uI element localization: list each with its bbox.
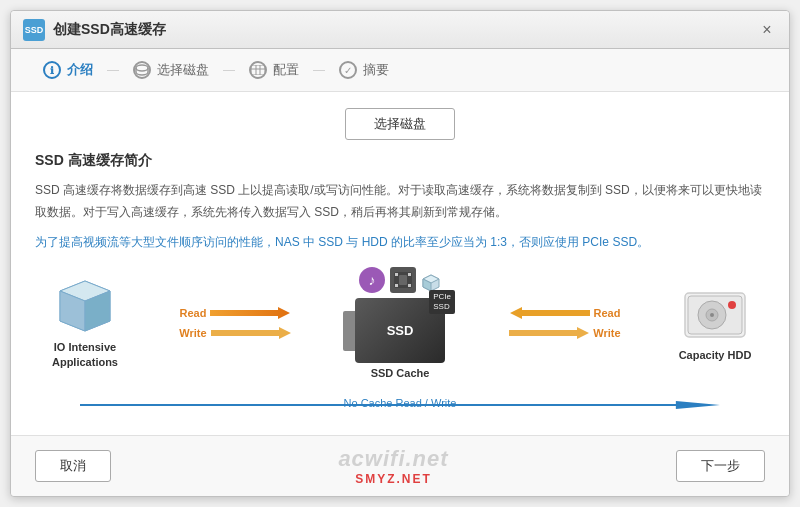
window-title: 创建SSD高速缓存 [53, 21, 757, 39]
svg-point-26 [710, 313, 714, 317]
io-box: IO Intensive Applications [40, 276, 130, 371]
next-button[interactable]: 下一步 [676, 450, 765, 482]
svg-point-0 [136, 65, 148, 71]
description-text: SSD 高速缓存将数据缓存到高速 SSD 上以提高读取/或写访问性能。对于读取高… [35, 180, 765, 223]
step-disk-icon [133, 61, 151, 79]
left-arrows: Read Write [134, 306, 336, 340]
svg-marker-20 [510, 307, 590, 319]
io-label: IO Intensive Applications [52, 340, 118, 371]
step-summary[interactable]: ✓ 摘要 [327, 57, 401, 83]
section-title: SSD 高速缓存简介 [35, 152, 765, 170]
no-cache-label-wrapper: No Cache Read / Write [35, 393, 765, 411]
diagram-container: IO Intensive Applications Read [35, 268, 765, 413]
read-label-right: Read [594, 307, 621, 319]
step-config[interactable]: 配置 [237, 57, 311, 83]
svg-rect-1 [251, 65, 265, 75]
svg-rect-13 [408, 273, 411, 276]
step-summary-label: 摘要 [363, 61, 389, 79]
no-cache-label: No Cache Read / Write [344, 397, 457, 409]
hdd-box: Capacity HDD [670, 285, 760, 361]
write-arrow-row: Write [179, 326, 290, 340]
film-icon [390, 267, 416, 293]
ssd-chip: SSD PCIeSSD [355, 298, 445, 363]
right-arrows: Read Write [464, 306, 666, 340]
hdd-icon [680, 285, 750, 345]
content-area: 选择磁盘 SSD 高速缓存简介 SSD 高速缓存将数据缓存到高速 SSD 上以提… [11, 92, 789, 435]
ssd-label: SSD Cache [371, 367, 430, 379]
watermark-area: acwifi.net SMYZ.NET [338, 446, 448, 486]
step-intro-label: 介绍 [67, 61, 93, 79]
window-icon: SSD [23, 19, 45, 41]
step-config-label: 配置 [273, 61, 299, 79]
read-arrow-right-row: Read [510, 306, 621, 320]
footer: 取消 acwifi.net SMYZ.NET 下一步 [11, 435, 789, 496]
svg-rect-16 [399, 275, 407, 285]
sep-2: — [223, 63, 235, 77]
svg-marker-10 [211, 327, 291, 339]
cancel-button[interactable]: 取消 [35, 450, 111, 482]
ssd-top-icons: ♪ [359, 267, 441, 293]
svg-rect-15 [408, 284, 411, 287]
read-arrow-right [510, 306, 590, 320]
title-bar: SSD 创建SSD高速缓存 × [11, 11, 789, 49]
read-label: Read [180, 307, 207, 319]
write-label-right: Write [593, 327, 620, 339]
write-label: Write [179, 327, 206, 339]
ssd-chip-label: SSD [387, 323, 414, 338]
sep-3: — [313, 63, 325, 77]
write-arrow [211, 326, 291, 340]
svg-marker-21 [509, 327, 589, 339]
svg-rect-12 [395, 273, 398, 276]
svg-point-27 [728, 301, 736, 309]
write-arrow-right [509, 326, 589, 340]
pcie-badge: PCIeSSD [429, 290, 455, 313]
ssd-center: ♪ [340, 267, 460, 379]
close-button[interactable]: × [757, 20, 777, 40]
step-intro-icon: ℹ [43, 61, 61, 79]
music-icon: ♪ [359, 267, 385, 293]
step-summary-icon: ✓ [339, 61, 357, 79]
read-arrow-row: Read [180, 306, 291, 320]
main-window: SSD 创建SSD高速缓存 × ℹ 介绍 — 选择磁盘 — 配置 — ✓ 摘要 [10, 10, 790, 497]
watermark-sub: SMYZ.NET [338, 472, 448, 486]
select-disk-button[interactable]: 选择磁盘 [345, 108, 455, 140]
step-intro[interactable]: ℹ 介绍 [31, 57, 105, 83]
write-arrow-right-row: Write [509, 326, 620, 340]
svg-marker-9 [210, 307, 290, 319]
svg-rect-14 [395, 284, 398, 287]
step-config-icon [249, 61, 267, 79]
sep-1: — [107, 63, 119, 77]
read-arrow [210, 306, 290, 320]
io-cube-icon [50, 276, 120, 336]
step-disk-label: 选择磁盘 [157, 61, 209, 79]
select-disk-btn-row: 选择磁盘 [35, 108, 765, 140]
steps-bar: ℹ 介绍 — 选择磁盘 — 配置 — ✓ 摘要 [11, 49, 789, 92]
note-text: 为了提高视频流等大型文件顺序访问的性能，NAS 中 SSD 与 HDD 的比率至… [35, 233, 765, 252]
watermark-main: acwifi.net [338, 446, 448, 471]
step-select-disk[interactable]: 选择磁盘 [121, 57, 221, 83]
hdd-label: Capacity HDD [679, 349, 752, 361]
ssd-chip-wrapper: SSD PCIeSSD [355, 298, 445, 363]
